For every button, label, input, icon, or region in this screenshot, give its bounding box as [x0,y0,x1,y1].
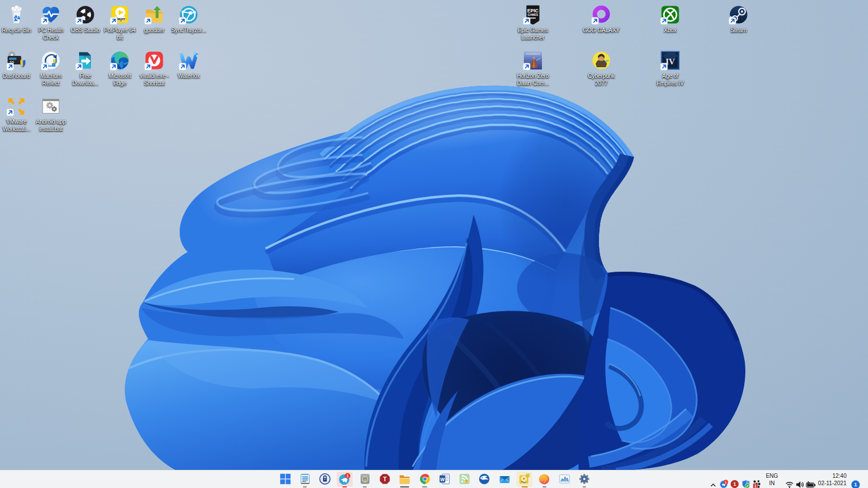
svg-text:1: 1 [754,484,757,488]
svg-text:T: T [383,476,387,482]
svg-text:1: 1 [854,482,857,487]
svg-text:1: 1 [734,481,736,487]
svg-text:✦HORIZON: ✦HORIZON [526,53,540,55]
svg-text:W: W [440,477,445,482]
svg-text:EPIC: EPIC [527,8,539,14]
svg-text:Player: Player [521,481,527,483]
svg-text:1: 1 [725,481,727,484]
svg-text:1: 1 [346,473,349,477]
svg-text:GAMES: GAMES [528,13,539,16]
